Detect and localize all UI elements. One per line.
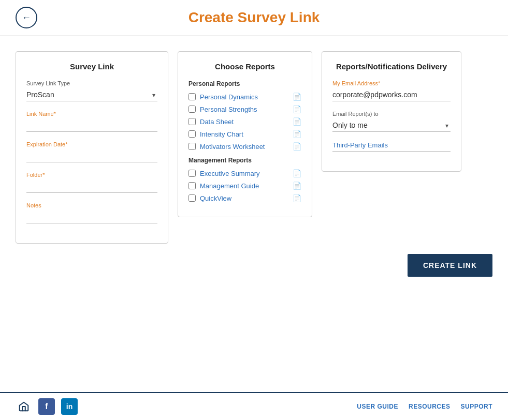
page-title: Create Survey Link	[188, 9, 320, 26]
survey-link-type-select-wrapper: ProScan Other	[26, 88, 157, 101]
create-link-button[interactable]: CREATE LINK	[408, 254, 492, 277]
my-email-label: My Email Address*	[332, 80, 451, 86]
folder-group: Folder* PDP Certification	[26, 172, 157, 193]
data-sheet-label: Data Sheet	[200, 118, 289, 126]
intensity-chart-checkbox[interactable]	[188, 130, 196, 138]
email-reports-select[interactable]: Only to me To respondent To both	[332, 119, 451, 132]
delivery-card: Reports/Notifications Delivery My Email …	[322, 51, 461, 172]
expiration-date-label: Expiration Date*	[26, 141, 157, 147]
cards-row: Survey Link Survey Link Type ProScan Oth…	[16, 51, 492, 244]
back-arrow-icon: ←	[22, 12, 31, 23]
expiration-date-group: Expiration Date*	[26, 141, 157, 162]
list-item: Executive Summary 📄	[188, 169, 301, 177]
executive-summary-checkbox[interactable]	[188, 170, 196, 177]
management-reports-label: Management Reports	[188, 157, 301, 164]
footer-right: USER GUIDE RESOURCES SUPPORT	[357, 403, 492, 410]
document-icon: 📄	[293, 194, 301, 202]
executive-summary-label: Executive Summary	[200, 170, 289, 177]
list-item: Personal Dynamics 📄	[188, 93, 301, 101]
my-email-group: My Email Address* corporate@pdpworks.com	[332, 80, 451, 101]
motivators-worksheet-label: Motivators Worksheet	[200, 143, 289, 151]
email-reports-label: Email Report(s) to	[332, 111, 451, 117]
folder-input[interactable]: PDP Certification	[26, 180, 157, 193]
choose-reports-card: Choose Reports Personal Reports Personal…	[178, 51, 312, 217]
notes-group: Notes	[26, 202, 157, 223]
page-header: ← Create Survey Link	[0, 0, 508, 36]
third-party-group: Third-Party Emails	[332, 141, 451, 152]
survey-link-card-title: Survey Link	[26, 62, 157, 71]
email-reports-select-wrapper: Only to me To respondent To both	[332, 119, 451, 132]
document-icon: 📄	[293, 93, 301, 101]
list-item: Management Guide 📄	[188, 182, 301, 190]
document-icon: 📄	[293, 182, 301, 190]
support-link[interactable]: SUPPORT	[460, 403, 492, 410]
choose-reports-title: Choose Reports	[188, 62, 301, 71]
list-item: Personal Strengths 📄	[188, 105, 301, 113]
action-row: CREATE LINK	[16, 254, 492, 277]
data-sheet-checkbox[interactable]	[188, 118, 196, 125]
personal-dynamics-label: Personal Dynamics	[200, 93, 289, 101]
personal-reports-list: Personal Dynamics 📄 Personal Strengths 📄…	[188, 93, 301, 151]
folder-label: Folder*	[26, 172, 157, 178]
my-email-value: corporate@pdpworks.com	[332, 88, 451, 101]
personal-dynamics-checkbox[interactable]	[188, 93, 196, 100]
survey-link-type-group: Survey Link Type ProScan Other	[26, 80, 157, 101]
user-guide-link[interactable]: USER GUIDE	[357, 403, 398, 410]
intensity-chart-label: Intensity Chart	[200, 130, 289, 138]
list-item: Intensity Chart 📄	[188, 130, 301, 138]
document-icon: 📄	[293, 169, 301, 177]
resources-link[interactable]: RESOURCES	[409, 403, 451, 410]
facebook-icon[interactable]: f	[38, 398, 55, 415]
management-reports-list: Executive Summary 📄 Management Guide 📄 Q…	[188, 169, 301, 202]
link-name-label: Link Name*	[26, 111, 157, 117]
document-icon: 📄	[293, 105, 301, 113]
third-party-label: Third-Party Emails	[332, 141, 451, 152]
main-content: Survey Link Survey Link Type ProScan Oth…	[0, 36, 508, 392]
expiration-date-input[interactable]	[26, 149, 157, 162]
email-reports-group: Email Report(s) to Only to me To respond…	[332, 111, 451, 132]
home-icon[interactable]	[16, 398, 32, 415]
personal-strengths-label: Personal Strengths	[200, 106, 289, 113]
footer-left: f in	[16, 398, 78, 415]
survey-link-type-label: Survey Link Type	[26, 80, 157, 86]
link-name-group: Link Name*	[26, 111, 157, 132]
notes-label: Notes	[26, 202, 157, 208]
list-item: QuickView 📄	[188, 194, 301, 202]
survey-link-card: Survey Link Survey Link Type ProScan Oth…	[16, 51, 168, 244]
back-button[interactable]: ←	[16, 7, 37, 28]
linkedin-icon[interactable]: in	[61, 398, 78, 415]
motivators-worksheet-checkbox[interactable]	[188, 143, 196, 150]
delivery-card-title: Reports/Notifications Delivery	[332, 62, 451, 71]
personal-strengths-checkbox[interactable]	[188, 106, 196, 113]
quickview-checkbox[interactable]	[188, 194, 196, 202]
quickview-label: QuickView	[200, 194, 289, 202]
personal-reports-label: Personal Reports	[188, 80, 301, 87]
survey-link-type-select[interactable]: ProScan Other	[26, 88, 157, 101]
notes-input[interactable]	[26, 211, 157, 223]
list-item: Data Sheet 📄	[188, 117, 301, 126]
footer: f in USER GUIDE RESOURCES SUPPORT	[0, 392, 508, 420]
management-guide-checkbox[interactable]	[188, 182, 196, 189]
link-name-input[interactable]	[26, 119, 157, 132]
document-icon: 📄	[293, 130, 301, 138]
document-icon: 📄	[293, 142, 301, 151]
management-guide-label: Management Guide	[200, 182, 289, 190]
list-item: Motivators Worksheet 📄	[188, 142, 301, 151]
document-icon: 📄	[293, 117, 301, 126]
